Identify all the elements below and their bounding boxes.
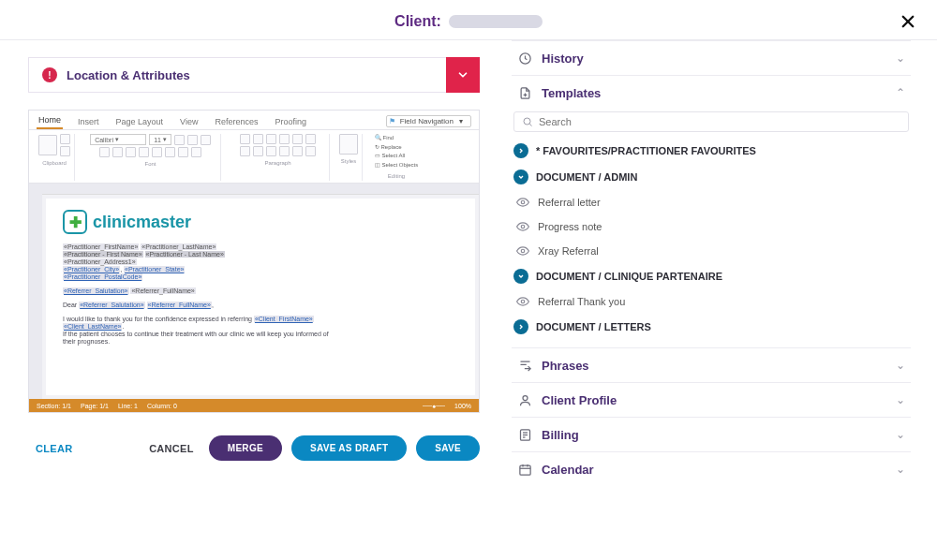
category-document-admin[interactable]: DOCUMENT / ADMIN — [512, 164, 911, 190]
save-draft-button[interactable]: SAVE AS DRAFT — [291, 435, 407, 461]
category-favourites[interactable]: * FAVOURITES/PRACTITIONER FAVOURITES — [512, 138, 911, 164]
clear-format-button[interactable] — [201, 135, 211, 145]
billing-icon — [517, 427, 532, 442]
panel-client-profile[interactable]: Client Profile ⌄ — [512, 383, 911, 417]
indent-button[interactable] — [292, 134, 303, 144]
panel-history[interactable]: History ⌄ — [512, 41, 911, 75]
tab-insert[interactable]: Insert — [76, 115, 101, 129]
template-referral-letter[interactable]: Referral letter — [512, 190, 911, 214]
status-page: Page: 1/1 — [81, 403, 109, 409]
svg-point-5 — [524, 118, 530, 125]
italic-button[interactable] — [112, 147, 123, 157]
svg-point-11 — [523, 395, 528, 400]
collapse-icon[interactable] — [513, 169, 528, 184]
eye-icon — [515, 294, 530, 309]
field-navigation-dropdown[interactable]: Field Navigation▾ — [386, 115, 471, 127]
calendar-icon — [517, 462, 532, 477]
show-marks-button[interactable] — [305, 134, 316, 144]
client-name-placeholder — [449, 15, 543, 28]
subscript-button[interactable] — [152, 147, 162, 157]
select-objects-button[interactable]: ◫ Select Objects — [375, 161, 418, 170]
outdent-button[interactable] — [279, 134, 290, 144]
cancel-button[interactable]: CANCEL — [149, 443, 194, 454]
vertical-ruler — [29, 184, 42, 399]
template-search[interactable] — [513, 111, 909, 132]
clear-button[interactable]: CLEAR — [36, 443, 72, 454]
panel-templates[interactable]: Templates ⌃ — [512, 76, 911, 110]
expand-icon[interactable] — [513, 319, 528, 334]
panel-phrases[interactable]: Phrases ⌄ — [512, 348, 911, 382]
document-page[interactable]: ✚ clinicmaster «Practitioner_FirstName» … — [46, 199, 475, 395]
shading-button[interactable] — [305, 146, 316, 156]
zoom-slider[interactable]: ──●── — [423, 403, 445, 409]
action-row: CLEAR CANCEL MERGE SAVE AS DRAFT SAVE — [28, 413, 480, 461]
search-input[interactable] — [539, 116, 900, 127]
category-document-letters[interactable]: DOCUMENT / LETTERS — [512, 314, 911, 340]
superscript-button[interactable] — [165, 147, 175, 157]
save-button[interactable]: SAVE — [416, 435, 480, 461]
profile-icon — [517, 392, 532, 407]
tab-proofing[interactable]: Proofing — [273, 115, 308, 129]
replace-button[interactable]: ↻ Replace — [375, 143, 418, 153]
bold-button[interactable] — [99, 147, 110, 157]
close-icon[interactable] — [900, 13, 916, 30]
templates-icon — [517, 85, 532, 100]
multilevel-button[interactable] — [266, 134, 276, 144]
align-right-button[interactable] — [266, 146, 276, 156]
find-button[interactable]: 🔍 Find — [375, 134, 418, 143]
tab-home[interactable]: Home — [37, 113, 63, 129]
merge-button[interactable]: MERGE — [209, 435, 282, 461]
tab-view[interactable]: View — [178, 115, 200, 129]
grow-font-button[interactable] — [174, 135, 185, 145]
status-zoom: 100% — [454, 403, 471, 409]
template-progress-note[interactable]: Progress note — [512, 214, 911, 239]
svg-line-6 — [529, 124, 531, 125]
template-xray-referral[interactable]: Xray Referral — [512, 239, 911, 263]
svg-point-9 — [521, 249, 525, 253]
shrink-font-button[interactable] — [187, 135, 198, 145]
template-referral-thank-you[interactable]: Referral Thank you — [512, 289, 911, 314]
chevron-down-icon: ⌄ — [896, 393, 905, 406]
bullets-button[interactable] — [240, 134, 250, 144]
align-justify-button[interactable] — [279, 146, 290, 156]
copy-button[interactable] — [60, 146, 70, 156]
document-editor: Home Insert Page Layout View References … — [28, 110, 480, 413]
svg-point-8 — [521, 225, 525, 228]
client-label: Client: — [394, 13, 441, 30]
ribbon-group-styles: Styles — [341, 158, 356, 164]
editor-statusbar: Section: 1/1 Page: 1/1 Line: 1 Column: 0… — [29, 399, 479, 412]
svg-rect-16 — [519, 465, 529, 475]
select-all-button[interactable]: ▭ Select All — [375, 152, 418, 161]
tab-references[interactable]: References — [213, 115, 260, 129]
highlight-button[interactable] — [178, 147, 188, 157]
chevron-down-icon: ⌄ — [896, 428, 905, 441]
chevron-down-icon: ⌄ — [896, 52, 905, 65]
underline-button[interactable] — [126, 147, 136, 157]
paste-button[interactable] — [38, 135, 57, 155]
expand-icon[interactable] — [513, 143, 528, 158]
ribbon-group-paragraph: Paragraph — [264, 160, 290, 166]
collapse-icon[interactable] — [513, 269, 528, 284]
tab-page-layout[interactable]: Page Layout — [114, 115, 166, 129]
font-color-button[interactable] — [191, 147, 201, 157]
align-left-button[interactable] — [240, 146, 250, 156]
strike-button[interactable] — [139, 147, 149, 157]
panel-billing[interactable]: Billing ⌄ — [512, 418, 911, 451]
line-spacing-button[interactable] — [292, 146, 303, 156]
numbering-button[interactable] — [253, 134, 263, 144]
logo-mark-icon: ✚ — [63, 210, 87, 234]
category-document-clinique[interactable]: DOCUMENT / CLINIQUE PARTENAIRE — [512, 263, 911, 289]
chevron-up-icon: ⌃ — [896, 86, 905, 99]
font-name-select[interactable]: Calibri ▾ — [90, 134, 146, 145]
font-size-select[interactable]: 11 ▾ — [149, 134, 171, 145]
svg-point-10 — [521, 300, 525, 303]
eye-icon — [515, 195, 530, 210]
panel-calendar[interactable]: Calendar ⌄ — [512, 452, 911, 486]
styles-button[interactable] — [339, 134, 358, 155]
align-center-button[interactable] — [253, 146, 263, 156]
logo-text: clinicmaster — [93, 213, 191, 232]
cut-button[interactable] — [60, 134, 70, 144]
search-icon — [522, 116, 533, 127]
warning-icon: ! — [42, 67, 57, 82]
location-attributes-toggle[interactable] — [446, 57, 480, 93]
